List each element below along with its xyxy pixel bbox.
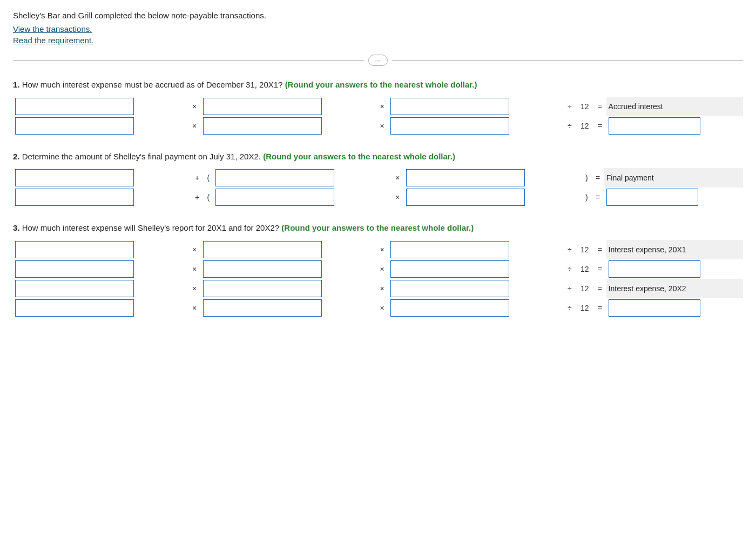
q3-r1-twelve: 12 (576, 240, 594, 259)
q1-r2-input1-cell (13, 116, 188, 136)
q3-r4-input2[interactable] (203, 299, 322, 317)
q3-r2-input2[interactable] (203, 260, 322, 278)
q3-r3-input3[interactable] (390, 280, 509, 297)
read-requirement-link[interactable]: Read the requirement. (13, 36, 743, 45)
q3-emphasis: (Round your answers to the nearest whole… (281, 223, 474, 232)
question-2-block: 2. Determine the amount of Shelley's fin… (13, 151, 743, 207)
q2-r2-result-cell (604, 187, 743, 207)
q3-r3-op1: × (188, 279, 201, 298)
q1-r1-op2: × (376, 97, 388, 116)
q1-r2-input1[interactable] (15, 117, 134, 135)
intro-text: Shelley's Bar and Grill completed the be… (13, 11, 743, 20)
q3-row-4: × × ÷ 12 = (13, 298, 743, 318)
q1-r1-input1-cell (13, 97, 188, 116)
q1-r2-input2[interactable] (203, 117, 322, 135)
q3-r2-eq: = (594, 259, 606, 279)
q2-r1-input2[interactable] (215, 169, 334, 186)
q3-r3-input3-cell (388, 279, 564, 298)
q3-r4-input1[interactable] (15, 299, 134, 317)
q3-r3-input1[interactable] (15, 280, 134, 297)
q1-r1-input3-cell (388, 97, 564, 116)
q2-r1-rparen: ) (582, 168, 591, 187)
question-1-block: 1. How much interest expense must be acc… (13, 79, 743, 136)
q1-r1-input1[interactable] (15, 98, 134, 115)
q3-r2-input3[interactable] (390, 260, 509, 278)
q3-formula-table: × × ÷ 12 = Interest expense, 20X1 × × (13, 240, 743, 318)
q1-r2-result[interactable] (609, 117, 700, 135)
q2-text: Determine the amount of Shelley's final … (22, 152, 261, 161)
q2-emphasis: (Round your answers to the nearest whole… (263, 152, 455, 161)
q3-r3-input2[interactable] (203, 280, 322, 297)
q2-r1-eq: = (591, 168, 604, 187)
q3-r1-input1[interactable] (15, 241, 134, 258)
q3-row-2: × × ÷ 12 = (13, 259, 743, 279)
q1-r2-op1: × (188, 116, 201, 136)
question-3-block: 3. How much interest expense will Shelle… (13, 222, 743, 318)
q2-r2-result[interactable] (606, 189, 698, 206)
q2-r2-input1-cell (13, 187, 191, 207)
q3-r4-input2-cell (201, 298, 376, 318)
q3-r1-input2[interactable] (203, 241, 322, 258)
q2-r2-input1[interactable] (15, 189, 134, 206)
q2-r1-label: Final payment (604, 168, 743, 187)
q3-r4-op1: × (188, 298, 201, 318)
q2-r1-input1[interactable] (15, 169, 134, 186)
q3-r2-op1: × (188, 259, 201, 279)
q3-number: 3. (13, 223, 20, 232)
q1-r2-result-cell (606, 116, 743, 136)
q3-r4-input3[interactable] (390, 299, 509, 317)
q3-r3-div: ÷ (564, 279, 576, 298)
q2-r1-input3[interactable] (406, 169, 525, 186)
q3-r1-eq: = (594, 240, 606, 259)
q3-r1-input3[interactable] (390, 241, 509, 258)
q2-r2-input3[interactable] (406, 189, 525, 206)
q1-r1-input3[interactable] (390, 98, 509, 115)
q1-r1-input2-cell (201, 97, 376, 116)
q2-r1-input2-cell (213, 168, 391, 187)
q3-r3-twelve: 12 (576, 279, 594, 298)
q1-r2-input3[interactable] (390, 117, 509, 135)
q3-r1-div: ÷ (564, 240, 576, 259)
q2-r1-input1-cell (13, 168, 191, 187)
q2-r1-times: × (391, 168, 403, 187)
question-1-label: 1. How much interest expense must be acc… (13, 79, 743, 91)
q1-row-1: × × ÷ 12 = Accrued interest (13, 97, 743, 116)
q3-r1-op2: × (376, 240, 388, 259)
q3-r1-input2-cell (201, 240, 376, 259)
q2-number: 2. (13, 152, 20, 161)
q2-r2-lparen: ( (204, 187, 213, 207)
q1-r2-twelve: 12 (576, 116, 594, 136)
q1-r1-input2[interactable] (203, 98, 322, 115)
divider-right (392, 60, 743, 61)
q3-r2-result-cell (606, 259, 743, 279)
q3-r4-result-cell (606, 298, 743, 318)
q2-r2-input3-cell (404, 187, 582, 207)
q1-r1-div: ÷ (564, 97, 576, 116)
q1-r1-op1: × (188, 97, 201, 116)
q3-r2-input1[interactable] (15, 260, 134, 278)
q1-text: How much interest expense must be accrue… (22, 80, 283, 89)
q2-row-2: + ( × ) = (13, 187, 743, 207)
q2-r2-input2-cell (213, 187, 391, 207)
q3-r2-input1-cell (13, 259, 188, 279)
view-transactions-link[interactable]: View the transactions. (13, 24, 743, 34)
q3-r2-input3-cell (388, 259, 564, 279)
question-2-label: 2. Determine the amount of Shelley's fin… (13, 151, 743, 163)
q1-formula-table: × × ÷ 12 = Accrued interest × × (13, 97, 743, 136)
q1-r2-op2: × (376, 116, 388, 136)
q2-r2-times: × (391, 187, 403, 207)
q1-number: 1. (13, 80, 20, 89)
q2-r2-plus: + (191, 187, 203, 207)
q3-r2-result[interactable] (609, 260, 700, 278)
q1-row-2: × × ÷ 12 = (13, 116, 743, 136)
q3-r4-op2: × (376, 298, 388, 318)
q2-r2-input2[interactable] (215, 189, 334, 206)
q1-r1-label: Accrued interest (606, 97, 743, 116)
q3-r3-input2-cell (201, 279, 376, 298)
divider-button[interactable]: ··· (368, 55, 388, 66)
q3-r3-input1-cell (13, 279, 188, 298)
q3-r3-eq: = (594, 279, 606, 298)
q3-r1-op1: × (188, 240, 201, 259)
q3-r4-result[interactable] (609, 299, 700, 317)
q2-r1-input3-cell (404, 168, 582, 187)
